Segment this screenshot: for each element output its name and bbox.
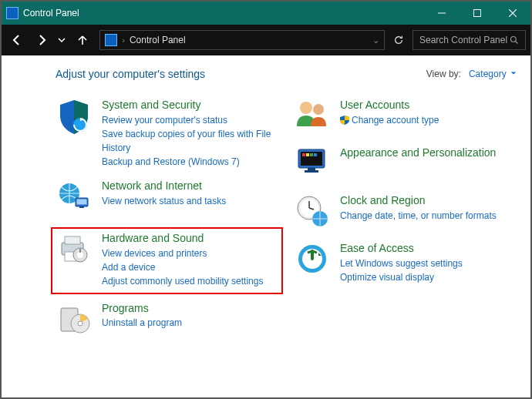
control-panel-icon — [6, 7, 19, 19]
category-title[interactable]: Network and Internet — [102, 179, 226, 193]
chevron-right-icon: › — [122, 35, 125, 45]
svg-rect-10 — [79, 206, 84, 208]
control-panel-mini-icon — [105, 34, 117, 46]
maximize-button[interactable] — [460, 2, 495, 25]
category-title[interactable]: Hardware and Sound — [102, 232, 263, 245]
disc-box-icon — [56, 302, 93, 339]
people-icon — [294, 99, 331, 136]
minimize-button[interactable] — [424, 2, 460, 25]
window-title: Control Panel — [23, 8, 79, 18]
ease-of-access-icon — [294, 242, 331, 279]
category-link[interactable]: Uninstall a program — [102, 316, 182, 330]
breadcrumb[interactable]: Control Panel — [130, 35, 186, 45]
category-ease-of-access: Ease of Access Let Windows suggest setti… — [294, 242, 517, 284]
back-button[interactable] — [6, 29, 28, 51]
chevron-down-icon[interactable]: ⌄ — [372, 35, 379, 45]
category-link[interactable]: View network status and tasks — [102, 194, 226, 208]
svg-point-15 — [77, 252, 83, 258]
category-link[interactable]: View devices and printers — [102, 246, 263, 260]
search-placeholder: Search Control Panel — [419, 35, 510, 45]
right-column: User Accounts Change account type Appear… — [294, 99, 517, 350]
navbar: › Control Panel ⌄ Search Control Panel — [2, 25, 530, 55]
monitor-colors-icon — [294, 146, 331, 183]
search-input[interactable]: Search Control Panel — [412, 30, 526, 50]
category-title[interactable]: User Accounts — [340, 99, 439, 112]
category-link[interactable]: Review your computer's status — [102, 113, 278, 127]
viewby-label: View by: — [426, 69, 461, 79]
svg-point-20 — [300, 102, 312, 114]
category-programs: Programs Uninstall a program — [56, 302, 278, 339]
svg-line-5 — [516, 42, 518, 44]
category-network-internet: Network and Internet View network status… — [56, 179, 278, 216]
category-link[interactable]: Backup and Restore (Windows 7) — [102, 155, 278, 169]
svg-rect-28 — [308, 168, 315, 170]
refresh-button[interactable] — [388, 29, 409, 51]
category-link[interactable]: Add a device — [102, 260, 263, 274]
category-link[interactable]: Change date, time, or number formats — [340, 209, 497, 223]
recent-locations-button[interactable] — [56, 29, 69, 51]
address-bar[interactable]: › Control Panel ⌄ — [99, 30, 385, 50]
svg-rect-9 — [77, 199, 87, 204]
category-link[interactable]: Let Windows suggest settings — [340, 256, 463, 270]
svg-rect-29 — [305, 170, 318, 173]
viewby-dropdown[interactable]: Category — [469, 69, 517, 79]
up-button[interactable] — [72, 29, 93, 51]
svg-point-21 — [313, 104, 324, 115]
titlebar: Control Panel — [2, 2, 530, 25]
uac-shield-icon — [340, 115, 349, 129]
svg-rect-27 — [314, 153, 317, 156]
printer-icon — [56, 232, 93, 269]
category-user-accounts: User Accounts Change account type — [294, 99, 517, 136]
svg-point-4 — [511, 37, 517, 42]
page-title: Adjust your computer's settings — [56, 68, 426, 80]
svg-rect-25 — [306, 153, 309, 156]
category-link[interactable]: Change account type — [340, 113, 439, 129]
svg-rect-16 — [79, 249, 81, 253]
category-title[interactable]: System and Security — [102, 99, 278, 112]
category-clock-region: Clock and Region Change date, time, or n… — [294, 194, 517, 231]
category-title[interactable]: Appearance and Personalization — [340, 146, 496, 159]
category-system-security: System and Security Review your computer… — [56, 99, 278, 169]
svg-rect-1 — [474, 10, 481, 17]
category-appearance-personalization: Appearance and Personalization — [294, 146, 517, 183]
category-link[interactable]: Optimize visual display — [340, 270, 463, 284]
svg-rect-24 — [302, 153, 305, 156]
shield-icon — [56, 99, 93, 136]
clock-globe-icon — [294, 194, 331, 231]
category-hardware-sound: Hardware and Sound View devices and prin… — [51, 227, 283, 294]
category-title[interactable]: Clock and Region — [340, 194, 497, 207]
svg-rect-26 — [310, 153, 313, 156]
chevron-down-icon — [510, 70, 517, 76]
category-title[interactable]: Ease of Access — [340, 242, 463, 255]
search-icon — [510, 35, 519, 45]
left-column: System and Security Review your computer… — [56, 99, 278, 350]
close-button[interactable] — [495, 2, 530, 25]
category-link[interactable]: Save backup copies of your files with Fi… — [102, 127, 278, 155]
category-link[interactable]: Adjust commonly used mobility settings — [102, 274, 263, 288]
category-title[interactable]: Programs — [102, 302, 182, 315]
content-area: Adjust your computer's settings View by:… — [2, 55, 530, 397]
forward-button[interactable] — [31, 29, 52, 51]
svg-rect-12 — [65, 236, 80, 244]
globe-network-icon — [56, 179, 93, 216]
